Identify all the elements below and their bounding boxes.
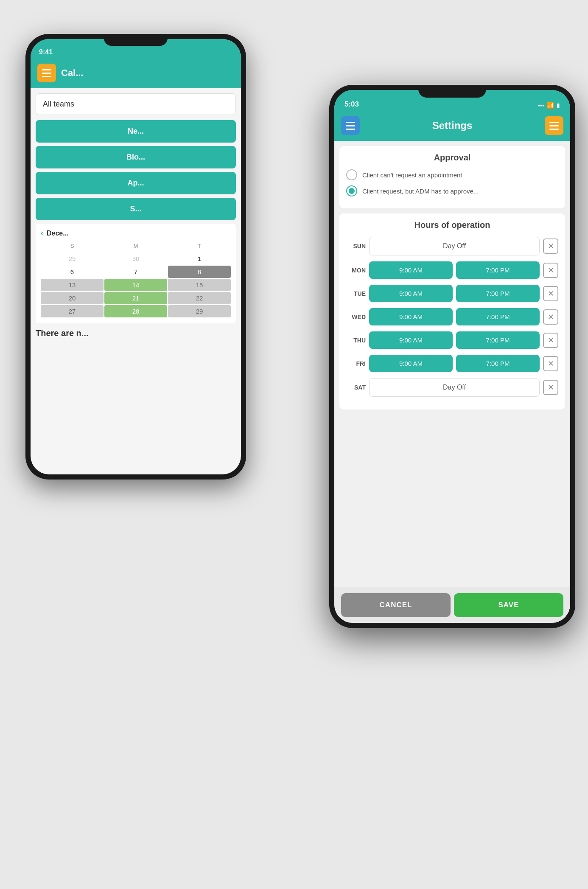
back-notch [104,34,168,46]
day-row-tue: TUE 9:00 AM 7:00 PM ✕ [346,285,558,302]
approval-section: Approval Client can't request an appoint… [339,146,565,208]
close-tue-icon: ✕ [548,290,554,297]
close-sat[interactable]: ✕ [543,380,558,395]
menu-btn-3-label: S... [130,205,141,213]
hamburger-line-l1 [346,122,355,123]
time-btn-tue-end[interactable]: 7:00 PM [456,285,540,302]
front-menu-button-right[interactable] [545,116,563,135]
cal-cell-13[interactable]: 13 [41,279,104,291]
close-tue[interactable]: ✕ [543,286,558,301]
calendar-section: ‹ Dece... S M T 29 30 1 6 7 [36,224,236,323]
radio-selected[interactable] [346,185,357,196]
day-header-t: T [168,241,231,251]
approval-option-1-label: Client request, but ADM has to approve..… [362,188,479,195]
approval-option-1[interactable]: Client request, but ADM has to approve..… [346,185,558,196]
front-phone: 5:03 ▪▪▪ 📶 ▮ Settings Approval [329,85,575,628]
front-status-icons: ▪▪▪ 📶 ▮ [538,102,560,109]
day-header-s: S [41,241,104,251]
approval-title: Approval [346,153,558,163]
all-teams-box[interactable]: All teams [36,93,236,115]
cal-cell-7[interactable]: 7 [104,266,167,278]
menu-btn-2[interactable]: Ap... [36,172,236,194]
back-content: All teams Ne... Blo... Ap... S... ‹ Dece… [31,88,241,348]
day-row-wed: WED 9:00 AM 7:00 PM ✕ [346,308,558,325]
day-label-fri: FRI [346,360,366,367]
time-btn-fri-end[interactable]: 7:00 PM [456,355,540,372]
back-phone: 9:41 Cal... All teams Ne... Blo... Ap... [25,34,246,480]
close-sun[interactable]: ✕ [543,238,558,254]
day-label-thu: THU [346,337,366,344]
menu-btn-3[interactable]: S... [36,198,236,220]
cal-cell-14[interactable]: 14 [104,279,167,291]
day-off-sun-label: Day Off [443,242,466,250]
cal-cell-1[interactable]: 1 [168,252,231,265]
time-btn-thu-end[interactable]: 7:00 PM [456,331,540,349]
calendar-header: S M T [41,241,231,251]
front-content: Approval Client can't request an appoint… [334,141,570,587]
close-mon-icon: ✕ [548,266,554,274]
day-off-sat-label: Day Off [443,384,466,391]
cal-week-4: 20 21 22 [41,292,231,304]
time-tue-start: 9:00 AM [399,290,423,297]
time-btn-wed-start[interactable]: 9:00 AM [369,308,453,325]
front-menu-button-left[interactable] [341,116,360,135]
day-row-mon: MON 9:00 AM 7:00 PM ✕ [346,261,558,279]
close-fri[interactable]: ✕ [543,356,558,371]
cal-cell-20[interactable]: 20 [41,292,104,304]
time-thu-start: 9:00 AM [399,337,423,344]
time-btn-fri-start[interactable]: 9:00 AM [369,355,453,372]
back-header-title: Cal... [61,67,84,79]
time-btn-mon-end[interactable]: 7:00 PM [456,261,540,279]
wifi-icon: ▪▪▪ [538,102,544,109]
hamburger-line-1 [42,69,51,70]
day-row-thu: THU 9:00 AM 7:00 PM ✕ [346,331,558,349]
menu-btn-0[interactable]: Ne... [36,120,236,143]
cal-cell-28[interactable]: 28 [104,305,167,317]
cal-cell-30-prev[interactable]: 30 [104,252,167,265]
day-off-sat[interactable]: Day Off [369,378,540,397]
cal-cell-29-prev[interactable]: 29 [41,252,104,265]
time-btn-tue-start[interactable]: 9:00 AM [369,285,453,302]
cancel-button[interactable]: CANCEL [341,593,451,617]
day-header-m: M [104,241,167,251]
save-button[interactable]: SAVE [454,593,563,617]
day-label-mon: MON [346,267,366,274]
hamburger-line-l2 [346,125,355,126]
approval-option-0[interactable]: Client can't request an appointment [346,169,558,180]
close-thu[interactable]: ✕ [543,333,558,348]
cal-cell-21[interactable]: 21 [104,292,167,304]
time-btn-thu-start[interactable]: 9:00 AM [369,331,453,349]
day-label-sat: SAT [346,384,366,391]
hours-title: Hours of operation [346,220,558,230]
cal-cell-15[interactable]: 15 [168,279,231,291]
cal-cell-6[interactable]: 6 [41,266,104,278]
cal-cell-22[interactable]: 22 [168,292,231,304]
time-btn-wed-end[interactable]: 7:00 PM [456,308,540,325]
radio-inner-dot [349,188,355,194]
day-row-sat: SAT Day Off ✕ [346,378,558,397]
cal-cell-8[interactable]: 8 [168,266,231,278]
cal-week-3: 13 14 15 [41,279,231,291]
bottom-buttons: CANCEL SAVE [334,587,570,623]
hamburger-line-r2 [549,125,559,126]
radio-unselected[interactable] [346,169,357,180]
menu-btn-1-label: Blo... [126,153,145,161]
battery-icon: ▮ [557,102,560,109]
all-teams-label: All teams [43,100,74,108]
close-wed[interactable]: ✕ [543,309,558,325]
time-mon-start: 9:00 AM [399,266,423,274]
calendar-prev[interactable]: ‹ [41,229,43,238]
close-sun-icon: ✕ [548,242,554,250]
time-mon-end: 7:00 PM [486,266,510,274]
hamburger-line-2 [42,73,51,74]
front-screen: 5:03 ▪▪▪ 📶 ▮ Settings Approval [334,90,570,623]
back-screen: 9:41 Cal... All teams Ne... Blo... Ap... [31,39,241,474]
time-btn-mon-start[interactable]: 9:00 AM [369,261,453,279]
cal-cell-29[interactable]: 29 [168,305,231,317]
menu-btn-2-label: Ap... [128,179,144,187]
close-mon[interactable]: ✕ [543,263,558,278]
menu-btn-1[interactable]: Blo... [36,146,236,168]
back-menu-button[interactable] [37,64,56,82]
cal-cell-27[interactable]: 27 [41,305,104,317]
day-off-sun[interactable]: Day Off [369,237,540,255]
